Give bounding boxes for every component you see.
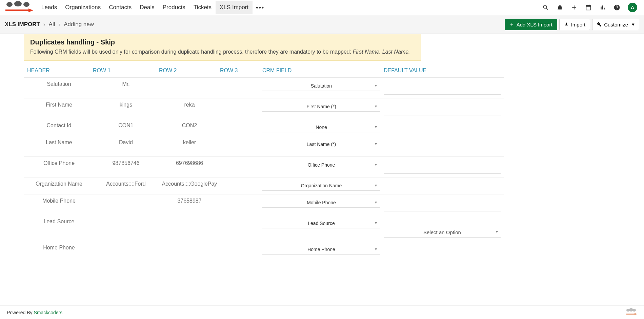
nav-tab-products[interactable]: Products <box>159 1 189 14</box>
crm-field-select[interactable]: First Name (*) <box>262 102 380 112</box>
nav-tab-organizations[interactable]: Organizations <box>61 1 105 14</box>
breadcrumb-all[interactable]: All <box>49 21 55 28</box>
duplicates-warning-panel: Duplicates handling - Skip Following CRM… <box>24 34 421 61</box>
crm-field-select[interactable]: Office Phone <box>262 160 380 170</box>
cell-header: Mobile Phone <box>25 198 93 204</box>
svg-marker-4 <box>28 8 33 12</box>
caret-down-icon: ▾ <box>632 21 635 27</box>
add-label: Add XLS Import <box>517 22 552 27</box>
cell-default-value <box>384 102 502 115</box>
footer: Powered By Smackcoders <box>0 305 644 319</box>
crm-field-select[interactable]: None <box>262 123 380 132</box>
cell-header: Home Phone <box>25 245 93 251</box>
cell-row2: 37658987 <box>159 198 220 204</box>
table-row: Organization NameAccounts::::FordAccount… <box>24 177 504 194</box>
breadcrumb: XLS IMPORT › All › Adding new <box>5 21 94 28</box>
mapping-table: HEADER ROW 1 ROW 2 ROW 3 CRM FIELD DEFAU… <box>24 64 504 258</box>
default-value-select[interactable]: Select an Option <box>384 227 501 238</box>
breadcrumb-root[interactable]: XLS IMPORT <box>5 21 40 28</box>
cell-row1: Mr. <box>93 81 159 87</box>
default-value-input[interactable] <box>384 86 501 95</box>
nav-tab-deals[interactable]: Deals <box>136 1 158 14</box>
cell-crm-field: Salutation <box>262 81 384 91</box>
content: Duplicates handling - Skip Following CRM… <box>0 34 644 258</box>
nav-more-button[interactable]: ••• <box>253 1 268 14</box>
svg-rect-3 <box>5 10 28 11</box>
plus-icon[interactable] <box>571 4 578 11</box>
cell-header: Last Name <box>25 139 93 146</box>
cell-row2: keller <box>159 139 220 146</box>
sub-actions: Add XLS Import Import Customize ▾ <box>505 19 639 30</box>
table-row: SalutationMr.Salutation <box>24 78 504 98</box>
table-header: HEADER ROW 1 ROW 2 ROW 3 CRM FIELD DEFAU… <box>24 64 504 78</box>
table-row: Office Phone987856746697698686Office Pho… <box>24 157 504 177</box>
svg-point-7 <box>632 309 636 312</box>
customize-button[interactable]: Customize ▾ <box>592 19 639 30</box>
footer-text: Powered By Smackcoders <box>7 310 62 315</box>
th-row1: ROW 1 <box>93 68 159 74</box>
crm-field-select[interactable]: Lead Source <box>262 219 380 228</box>
cell-crm-field: None <box>262 123 384 132</box>
top-nav: LeadsOrganizationsContactsDealsProductsT… <box>0 0 644 15</box>
th-row3: ROW 3 <box>220 68 262 74</box>
default-value-input[interactable] <box>384 203 501 211</box>
crm-field-select[interactable]: Home Phone <box>262 245 380 255</box>
crm-field-select[interactable]: Mobile Phone <box>262 198 380 208</box>
nav-tab-xls-import[interactable]: XLS Import <box>216 1 253 14</box>
footer-link[interactable]: Smackcoders <box>34 310 62 315</box>
cell-header: Salutation <box>25 81 93 87</box>
wrench-icon <box>597 22 602 27</box>
th-header: HEADER <box>25 68 93 74</box>
cell-row1: David <box>93 139 159 146</box>
cell-default-value: Select an Option <box>384 219 502 238</box>
cell-row1: CON1 <box>93 123 159 129</box>
nav-icons: A <box>542 3 641 12</box>
svg-point-0 <box>6 2 13 7</box>
import-button[interactable]: Import <box>559 19 590 30</box>
cell-crm-field: Mobile Phone <box>262 198 384 208</box>
crm-field-select[interactable]: Last Name (*) <box>262 139 380 149</box>
cell-row2: CON2 <box>159 123 220 129</box>
cell-default-value <box>384 160 502 174</box>
table-row: Home PhoneHome Phone <box>24 241 504 258</box>
default-value-input[interactable] <box>384 144 501 153</box>
chart-icon[interactable] <box>599 4 606 11</box>
cell-default-value <box>384 198 502 211</box>
cell-default-value <box>384 139 502 153</box>
app-logo[interactable] <box>3 1 33 14</box>
default-value-input[interactable] <box>384 107 501 115</box>
warning-text-prefix: Following CRM fields will be used only f… <box>30 49 353 55</box>
avatar[interactable]: A <box>628 3 637 12</box>
nav-tab-tickets[interactable]: Tickets <box>189 1 216 14</box>
svg-point-2 <box>23 2 29 7</box>
default-value-input[interactable] <box>384 165 501 174</box>
footer-logo[interactable] <box>625 308 637 317</box>
footer-prefix: Powered By <box>7 310 34 315</box>
crm-field-select[interactable]: Salutation <box>262 81 380 91</box>
table-body: SalutationMr.SalutationFirst Namekingsre… <box>24 78 504 258</box>
download-icon <box>564 22 569 27</box>
nav-tab-leads[interactable]: Leads <box>37 1 61 14</box>
cell-row2: Accounts::::GooglePay <box>159 181 220 187</box>
crm-field-select[interactable]: Organization Name <box>262 181 380 191</box>
cell-header: Contact Id <box>25 123 93 129</box>
help-icon[interactable] <box>613 4 620 11</box>
plus-icon <box>509 22 514 27</box>
cell-header: First Name <box>25 102 93 108</box>
cell-row1: Accounts::::Ford <box>93 181 159 187</box>
cell-header: Organization Name <box>25 181 93 187</box>
cell-crm-field: First Name (*) <box>262 102 384 112</box>
cell-crm-field: Office Phone <box>262 160 384 170</box>
nav-tab-contacts[interactable]: Contacts <box>105 1 136 14</box>
search-icon[interactable] <box>542 4 549 11</box>
cell-row1: kings <box>93 102 159 108</box>
bell-icon[interactable] <box>557 4 563 11</box>
cell-header: Lead Source <box>25 219 93 225</box>
svg-point-1 <box>14 1 22 6</box>
cell-crm-field: Last Name (*) <box>262 139 384 149</box>
add-xls-import-button[interactable]: Add XLS Import <box>505 19 557 30</box>
nav-tabs: LeadsOrganizationsContactsDealsProductsT… <box>37 1 542 14</box>
warning-text-fields: First Name, Last Name. <box>353 49 410 55</box>
calendar-icon[interactable] <box>585 4 592 11</box>
sub-header: XLS IMPORT › All › Adding new Add XLS Im… <box>0 15 644 34</box>
